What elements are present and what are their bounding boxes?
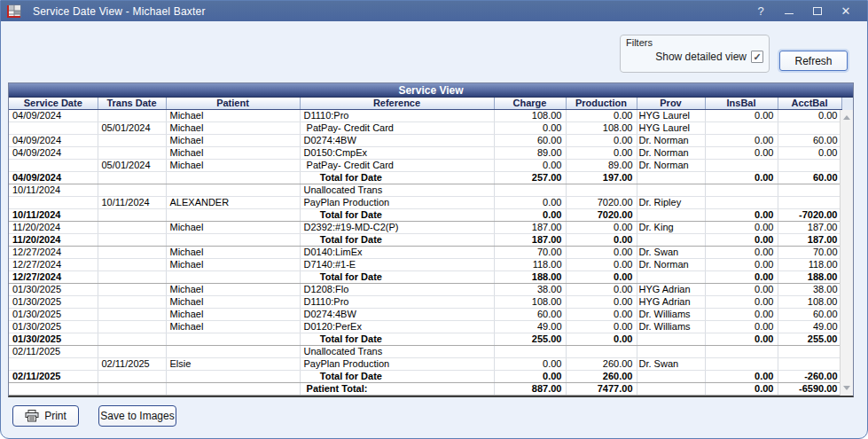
close-icon[interactable]: ✕ bbox=[832, 1, 860, 21]
cell bbox=[778, 357, 841, 370]
cell: 0.00 bbox=[566, 233, 637, 246]
table-row[interactable]: 05/01/2024Michael PatPay- Credit Card0.0… bbox=[9, 159, 841, 171]
table-row[interactable]: 05/01/2024Michael PatPay- Credit Card0.0… bbox=[9, 122, 841, 134]
cell: 7020.00 bbox=[566, 196, 637, 208]
cell: 255.00 bbox=[778, 333, 841, 345]
cell: Dr. Norman bbox=[637, 159, 705, 171]
table-row[interactable]: 01/30/2025MichaelD1208:Flo38.000.00HYG A… bbox=[9, 283, 841, 295]
col-trans-date[interactable]: Trans Date bbox=[98, 98, 166, 109]
cell: Dr. Swan bbox=[637, 246, 705, 258]
table-row[interactable]: Patient Total:887.007477.000.00-6590.00 bbox=[9, 382, 841, 395]
cell: Dr. Norman bbox=[637, 146, 705, 159]
show-detailed-view-label: Show detailed view bbox=[655, 51, 747, 63]
table-row[interactable]: 12/27/2024 Total for Date188.000.000.001… bbox=[9, 270, 841, 283]
vertical-scrollbar[interactable] bbox=[840, 110, 853, 396]
cell: 0.00 bbox=[705, 208, 778, 221]
table-row[interactable]: 10/11/2024 Total for Date0.007020.000.00… bbox=[9, 208, 841, 221]
cell bbox=[166, 333, 300, 345]
print-button[interactable]: Print bbox=[12, 405, 79, 427]
cell: 0.00 bbox=[705, 283, 778, 295]
table-row[interactable]: 04/09/2024 Total for Date257.00197.000.0… bbox=[9, 171, 841, 184]
scroll-up-icon[interactable] bbox=[843, 115, 850, 120]
cell: Michael bbox=[166, 146, 300, 159]
cell bbox=[98, 283, 166, 295]
save-to-images-button[interactable]: Save to Images bbox=[98, 405, 176, 427]
cell: 10/11/2024 bbox=[9, 184, 98, 196]
cell: PatPay- Credit Card bbox=[300, 122, 494, 134]
cell bbox=[98, 345, 166, 357]
col-service-date[interactable]: Service Date bbox=[9, 98, 98, 109]
table-row[interactable]: 02/11/2025Unallocated Trans bbox=[9, 345, 841, 357]
cell: 0.00 bbox=[705, 171, 778, 184]
cell: Total for Date bbox=[300, 270, 494, 283]
cell: 60.00 bbox=[778, 134, 841, 146]
table-row[interactable]: 04/09/2024MichaelD0274:4BW60.000.00Dr. N… bbox=[9, 134, 841, 146]
col-prov[interactable]: Prov bbox=[637, 98, 705, 109]
col-charge[interactable]: Charge bbox=[494, 98, 566, 109]
cell bbox=[494, 345, 566, 357]
col-insbal[interactable]: InsBal bbox=[705, 98, 778, 109]
cell bbox=[637, 370, 705, 382]
table-row[interactable]: 02/11/2025ElsiePayPlan Production0.00260… bbox=[9, 357, 841, 370]
cell: 118.00 bbox=[778, 258, 841, 270]
col-reference[interactable]: Reference bbox=[300, 98, 494, 109]
table-row[interactable]: 10/11/2024ALEXANDERPayPlan Production0.0… bbox=[9, 196, 841, 208]
cell: PatPay- Credit Card bbox=[300, 159, 494, 171]
col-production[interactable]: Production bbox=[566, 98, 637, 109]
table-row[interactable]: 01/30/2025MichaelD0120:PerEx49.000.00Dr.… bbox=[9, 320, 841, 333]
cell bbox=[98, 208, 166, 221]
maximize-icon[interactable] bbox=[803, 1, 832, 21]
show-detailed-view-checkbox[interactable]: ✓ bbox=[751, 51, 763, 63]
cell bbox=[566, 345, 637, 357]
table-row[interactable]: 01/30/2025 Total for Date255.000.000.002… bbox=[9, 333, 841, 345]
minimize-icon[interactable] bbox=[775, 1, 803, 21]
cell bbox=[166, 208, 300, 221]
print-button-label: Print bbox=[44, 410, 66, 422]
col-acctbal[interactable]: AcctBal bbox=[778, 98, 841, 109]
table-row[interactable]: 11/20/2024 Total for Date187.000.000.001… bbox=[9, 233, 841, 246]
cell: Michael bbox=[166, 320, 300, 333]
cell: Total for Date bbox=[300, 208, 494, 221]
cell: 0.00 bbox=[705, 233, 778, 246]
cell bbox=[778, 196, 841, 208]
table-row[interactable]: 01/30/2025MichaelD0274:4BW60.000.00Dr. W… bbox=[9, 308, 841, 320]
table-row[interactable]: 01/30/2025MichaelD1110:Pro108.000.00HYG … bbox=[9, 295, 841, 308]
cell bbox=[637, 270, 705, 283]
refresh-button[interactable]: Refresh bbox=[779, 51, 848, 71]
cell bbox=[9, 357, 98, 370]
cell: PayPlan Production bbox=[300, 357, 494, 370]
cell: 04/09/2024 bbox=[9, 134, 98, 146]
cell: 0.00 bbox=[705, 258, 778, 270]
cell bbox=[98, 233, 166, 246]
cell: 0.00 bbox=[566, 320, 637, 333]
cell: 0.00 bbox=[705, 221, 778, 233]
table-row[interactable]: 02/11/2025 Total for Date0.00260.000.00-… bbox=[9, 370, 841, 382]
window-titlebar[interactable]: Service Date View - Michael Baxter ? ✕ bbox=[1, 1, 867, 21]
cell: 01/30/2025 bbox=[9, 283, 98, 295]
table-row[interactable]: 11/20/2024MichaelD2392:#19-MD-C2(P)187.0… bbox=[9, 221, 841, 233]
table-row[interactable]: 10/11/2024Unallocated Trans bbox=[9, 184, 841, 196]
cell: 10/11/2024 bbox=[98, 196, 166, 208]
table-row[interactable]: 04/09/2024MichaelD1110:Pro108.000.00HYG … bbox=[9, 109, 841, 122]
cell: 0.00 bbox=[705, 246, 778, 258]
cell: Michael bbox=[166, 159, 300, 171]
cell: Total for Date bbox=[300, 233, 494, 246]
cell: 04/09/2024 bbox=[9, 109, 98, 122]
cell: 0.00 bbox=[705, 295, 778, 308]
scroll-down-icon[interactable] bbox=[843, 386, 850, 390]
cell: HYG Laurel bbox=[637, 122, 705, 134]
col-patient[interactable]: Patient bbox=[166, 98, 300, 109]
cell bbox=[9, 159, 98, 171]
help-icon[interactable]: ? bbox=[747, 1, 775, 21]
cell: -6590.00 bbox=[778, 382, 841, 395]
cell: 187.00 bbox=[778, 221, 841, 233]
cell: 0.00 bbox=[705, 320, 778, 333]
cell: 89.00 bbox=[494, 146, 566, 159]
cell bbox=[637, 184, 705, 196]
table-row[interactable]: 04/09/2024MichaelD0150:CmpEx89.000.00Dr.… bbox=[9, 146, 841, 159]
table-row[interactable]: 12/27/2024MichaelD0140:LimEx70.000.00Dr.… bbox=[9, 246, 841, 258]
cell: PayPlan Production bbox=[300, 196, 494, 208]
table-row[interactable]: 12/27/2024MichaelD7140:#1-E118.000.00Dr.… bbox=[9, 258, 841, 270]
cell: Total for Date bbox=[300, 370, 494, 382]
cell: 60.00 bbox=[778, 171, 841, 184]
